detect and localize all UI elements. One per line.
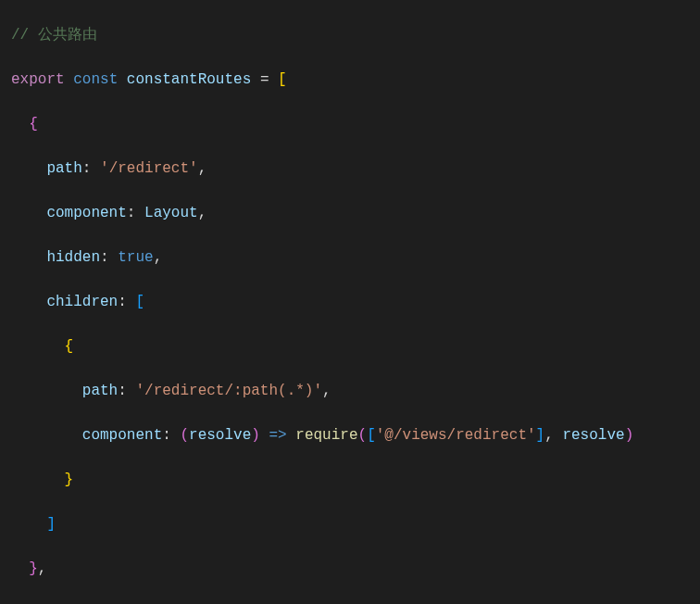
- code-line: export const constantRoutes = [: [11, 69, 689, 91]
- code-line: }: [11, 469, 689, 491]
- punct: ,: [198, 205, 207, 221]
- property: path: [46, 160, 81, 177]
- punct: :: [100, 249, 109, 266]
- brace: {: [65, 338, 74, 355]
- code-line: },: [11, 558, 689, 580]
- bracket: ]: [46, 516, 56, 533]
- punct: ,: [544, 427, 554, 444]
- bracket: [: [135, 294, 144, 310]
- code-line: path: '/redirect/:path(.*)',: [11, 380, 689, 402]
- comment-text: // 公共路由: [11, 27, 97, 44]
- boolean: true: [118, 249, 153, 266]
- brace: }: [29, 560, 38, 577]
- punct: :: [118, 383, 127, 399]
- punct: ,: [38, 560, 47, 577]
- punct: :: [162, 427, 171, 444]
- punct: :: [118, 294, 127, 310]
- code-line: {: [11, 113, 689, 135]
- function: require: [295, 427, 357, 444]
- keyword: const: [73, 71, 118, 88]
- bracket: [: [278, 71, 287, 88]
- brace: }: [65, 472, 74, 488]
- operator: =: [260, 71, 269, 88]
- paren: (: [180, 427, 189, 444]
- code-line: path: '/redirect',: [11, 157, 689, 180]
- paren: ): [251, 427, 260, 444]
- identifier: constantRoutes: [127, 71, 251, 88]
- property: path: [82, 383, 118, 399]
- identifier: resolve: [562, 427, 624, 444]
- property: component: [46, 205, 126, 221]
- code-line: component: (resolve) => require(['@/view…: [11, 424, 689, 447]
- string: '/redirect': [100, 160, 198, 177]
- code-line: component: Layout,: [11, 202, 689, 224]
- punct: :: [82, 160, 92, 177]
- property: component: [82, 427, 162, 444]
- property: children: [46, 294, 118, 310]
- punct: :: [127, 205, 136, 221]
- bracket: [: [367, 427, 376, 444]
- code-line: hidden: true,: [11, 246, 689, 269]
- keyword: export: [11, 71, 65, 88]
- bracket: ]: [536, 427, 545, 444]
- punct: ,: [154, 249, 163, 266]
- code-line: {: [11, 335, 689, 358]
- code-line: ]: [11, 513, 689, 535]
- code-line: children: [: [11, 291, 689, 313]
- code-editor[interactable]: // 公共路由 export const constantRoutes = [ …: [0, 0, 700, 604]
- property: hidden: [46, 249, 100, 266]
- paren: (: [358, 427, 368, 444]
- brace: {: [29, 116, 38, 132]
- paren: ): [625, 427, 634, 444]
- arrow: =>: [269, 427, 287, 444]
- string: '/redirect/:path(.*)': [135, 383, 322, 399]
- string: '@/views/redirect': [376, 427, 536, 444]
- param: resolve: [189, 427, 251, 444]
- punct: ,: [198, 160, 207, 177]
- punct: ,: [322, 383, 331, 399]
- identifier: Layout: [144, 205, 198, 221]
- code-line: // 公共路由: [11, 24, 689, 46]
